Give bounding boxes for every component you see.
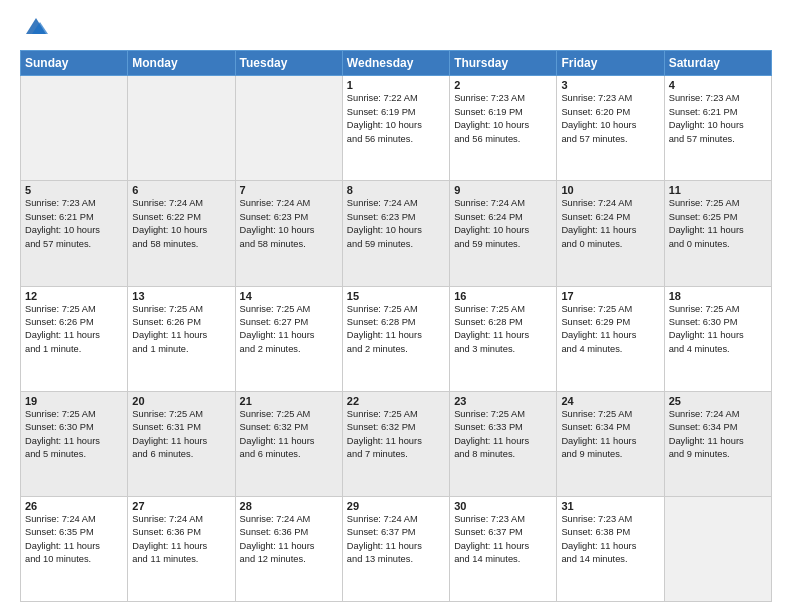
day-header-sunday: Sunday <box>21 51 128 76</box>
calendar-cell: 26Sunrise: 7:24 AM Sunset: 6:35 PM Dayli… <box>21 496 128 601</box>
day-number: 20 <box>132 395 230 407</box>
calendar-cell: 14Sunrise: 7:25 AM Sunset: 6:27 PM Dayli… <box>235 286 342 391</box>
day-number: 16 <box>454 290 552 302</box>
day-header-tuesday: Tuesday <box>235 51 342 76</box>
calendar-cell: 12Sunrise: 7:25 AM Sunset: 6:26 PM Dayli… <box>21 286 128 391</box>
day-header-thursday: Thursday <box>450 51 557 76</box>
day-info: Sunrise: 7:25 AM Sunset: 6:30 PM Dayligh… <box>25 408 123 462</box>
calendar-cell: 6Sunrise: 7:24 AM Sunset: 6:22 PM Daylig… <box>128 181 235 286</box>
day-number: 11 <box>669 184 767 196</box>
day-number: 9 <box>454 184 552 196</box>
day-info: Sunrise: 7:24 AM Sunset: 6:35 PM Dayligh… <box>25 513 123 567</box>
day-info: Sunrise: 7:24 AM Sunset: 6:37 PM Dayligh… <box>347 513 445 567</box>
calendar-cell: 15Sunrise: 7:25 AM Sunset: 6:28 PM Dayli… <box>342 286 449 391</box>
day-info: Sunrise: 7:25 AM Sunset: 6:30 PM Dayligh… <box>669 303 767 357</box>
calendar-cell: 22Sunrise: 7:25 AM Sunset: 6:32 PM Dayli… <box>342 391 449 496</box>
calendar-cell <box>21 76 128 181</box>
calendar-cell: 28Sunrise: 7:24 AM Sunset: 6:36 PM Dayli… <box>235 496 342 601</box>
calendar-cell <box>235 76 342 181</box>
day-number: 29 <box>347 500 445 512</box>
calendar-cell: 18Sunrise: 7:25 AM Sunset: 6:30 PM Dayli… <box>664 286 771 391</box>
calendar-cell: 13Sunrise: 7:25 AM Sunset: 6:26 PM Dayli… <box>128 286 235 391</box>
calendar-table: SundayMondayTuesdayWednesdayThursdayFrid… <box>20 50 772 602</box>
day-number: 4 <box>669 79 767 91</box>
day-info: Sunrise: 7:25 AM Sunset: 6:27 PM Dayligh… <box>240 303 338 357</box>
calendar-cell: 9Sunrise: 7:24 AM Sunset: 6:24 PM Daylig… <box>450 181 557 286</box>
day-info: Sunrise: 7:24 AM Sunset: 6:34 PM Dayligh… <box>669 408 767 462</box>
calendar-cell: 11Sunrise: 7:25 AM Sunset: 6:25 PM Dayli… <box>664 181 771 286</box>
calendar-cell: 31Sunrise: 7:23 AM Sunset: 6:38 PM Dayli… <box>557 496 664 601</box>
day-info: Sunrise: 7:22 AM Sunset: 6:19 PM Dayligh… <box>347 92 445 146</box>
calendar-week-4: 19Sunrise: 7:25 AM Sunset: 6:30 PM Dayli… <box>21 391 772 496</box>
calendar-cell: 8Sunrise: 7:24 AM Sunset: 6:23 PM Daylig… <box>342 181 449 286</box>
calendar-cell: 23Sunrise: 7:25 AM Sunset: 6:33 PM Dayli… <box>450 391 557 496</box>
page-header <box>20 16 772 40</box>
calendar-cell: 16Sunrise: 7:25 AM Sunset: 6:28 PM Dayli… <box>450 286 557 391</box>
day-number: 3 <box>561 79 659 91</box>
day-number: 12 <box>25 290 123 302</box>
day-header-monday: Monday <box>128 51 235 76</box>
day-info: Sunrise: 7:25 AM Sunset: 6:28 PM Dayligh… <box>347 303 445 357</box>
logo-icon <box>22 12 50 40</box>
day-number: 6 <box>132 184 230 196</box>
day-info: Sunrise: 7:25 AM Sunset: 6:31 PM Dayligh… <box>132 408 230 462</box>
day-header-friday: Friday <box>557 51 664 76</box>
calendar-cell: 4Sunrise: 7:23 AM Sunset: 6:21 PM Daylig… <box>664 76 771 181</box>
day-info: Sunrise: 7:23 AM Sunset: 6:37 PM Dayligh… <box>454 513 552 567</box>
day-number: 17 <box>561 290 659 302</box>
calendar-week-5: 26Sunrise: 7:24 AM Sunset: 6:35 PM Dayli… <box>21 496 772 601</box>
calendar-cell <box>664 496 771 601</box>
calendar-cell: 30Sunrise: 7:23 AM Sunset: 6:37 PM Dayli… <box>450 496 557 601</box>
calendar-cell: 24Sunrise: 7:25 AM Sunset: 6:34 PM Dayli… <box>557 391 664 496</box>
day-info: Sunrise: 7:24 AM Sunset: 6:24 PM Dayligh… <box>454 197 552 251</box>
day-number: 31 <box>561 500 659 512</box>
day-info: Sunrise: 7:25 AM Sunset: 6:25 PM Dayligh… <box>669 197 767 251</box>
day-info: Sunrise: 7:24 AM Sunset: 6:36 PM Dayligh… <box>240 513 338 567</box>
day-number: 26 <box>25 500 123 512</box>
day-number: 21 <box>240 395 338 407</box>
calendar-cell: 25Sunrise: 7:24 AM Sunset: 6:34 PM Dayli… <box>664 391 771 496</box>
day-number: 22 <box>347 395 445 407</box>
day-number: 15 <box>347 290 445 302</box>
day-number: 23 <box>454 395 552 407</box>
logo <box>20 16 50 40</box>
calendar-cell: 10Sunrise: 7:24 AM Sunset: 6:24 PM Dayli… <box>557 181 664 286</box>
day-number: 28 <box>240 500 338 512</box>
calendar-header-row: SundayMondayTuesdayWednesdayThursdayFrid… <box>21 51 772 76</box>
day-info: Sunrise: 7:25 AM Sunset: 6:34 PM Dayligh… <box>561 408 659 462</box>
day-info: Sunrise: 7:25 AM Sunset: 6:32 PM Dayligh… <box>347 408 445 462</box>
calendar-cell: 2Sunrise: 7:23 AM Sunset: 6:19 PM Daylig… <box>450 76 557 181</box>
day-info: Sunrise: 7:24 AM Sunset: 6:22 PM Dayligh… <box>132 197 230 251</box>
day-number: 18 <box>669 290 767 302</box>
calendar-cell: 5Sunrise: 7:23 AM Sunset: 6:21 PM Daylig… <box>21 181 128 286</box>
calendar-cell: 20Sunrise: 7:25 AM Sunset: 6:31 PM Dayli… <box>128 391 235 496</box>
day-info: Sunrise: 7:23 AM Sunset: 6:21 PM Dayligh… <box>25 197 123 251</box>
day-number: 25 <box>669 395 767 407</box>
day-number: 2 <box>454 79 552 91</box>
day-info: Sunrise: 7:24 AM Sunset: 6:23 PM Dayligh… <box>347 197 445 251</box>
day-info: Sunrise: 7:25 AM Sunset: 6:33 PM Dayligh… <box>454 408 552 462</box>
calendar-cell: 7Sunrise: 7:24 AM Sunset: 6:23 PM Daylig… <box>235 181 342 286</box>
day-info: Sunrise: 7:25 AM Sunset: 6:26 PM Dayligh… <box>132 303 230 357</box>
day-number: 1 <box>347 79 445 91</box>
day-number: 7 <box>240 184 338 196</box>
day-number: 27 <box>132 500 230 512</box>
day-number: 19 <box>25 395 123 407</box>
day-info: Sunrise: 7:24 AM Sunset: 6:23 PM Dayligh… <box>240 197 338 251</box>
day-header-wednesday: Wednesday <box>342 51 449 76</box>
day-info: Sunrise: 7:23 AM Sunset: 6:20 PM Dayligh… <box>561 92 659 146</box>
calendar-cell: 19Sunrise: 7:25 AM Sunset: 6:30 PM Dayli… <box>21 391 128 496</box>
day-info: Sunrise: 7:24 AM Sunset: 6:36 PM Dayligh… <box>132 513 230 567</box>
day-header-saturday: Saturday <box>664 51 771 76</box>
calendar-week-3: 12Sunrise: 7:25 AM Sunset: 6:26 PM Dayli… <box>21 286 772 391</box>
day-number: 14 <box>240 290 338 302</box>
day-info: Sunrise: 7:24 AM Sunset: 6:24 PM Dayligh… <box>561 197 659 251</box>
day-number: 5 <box>25 184 123 196</box>
calendar-cell: 3Sunrise: 7:23 AM Sunset: 6:20 PM Daylig… <box>557 76 664 181</box>
day-number: 8 <box>347 184 445 196</box>
day-number: 24 <box>561 395 659 407</box>
day-number: 30 <box>454 500 552 512</box>
day-info: Sunrise: 7:25 AM Sunset: 6:26 PM Dayligh… <box>25 303 123 357</box>
day-info: Sunrise: 7:23 AM Sunset: 6:21 PM Dayligh… <box>669 92 767 146</box>
calendar-cell: 17Sunrise: 7:25 AM Sunset: 6:29 PM Dayli… <box>557 286 664 391</box>
